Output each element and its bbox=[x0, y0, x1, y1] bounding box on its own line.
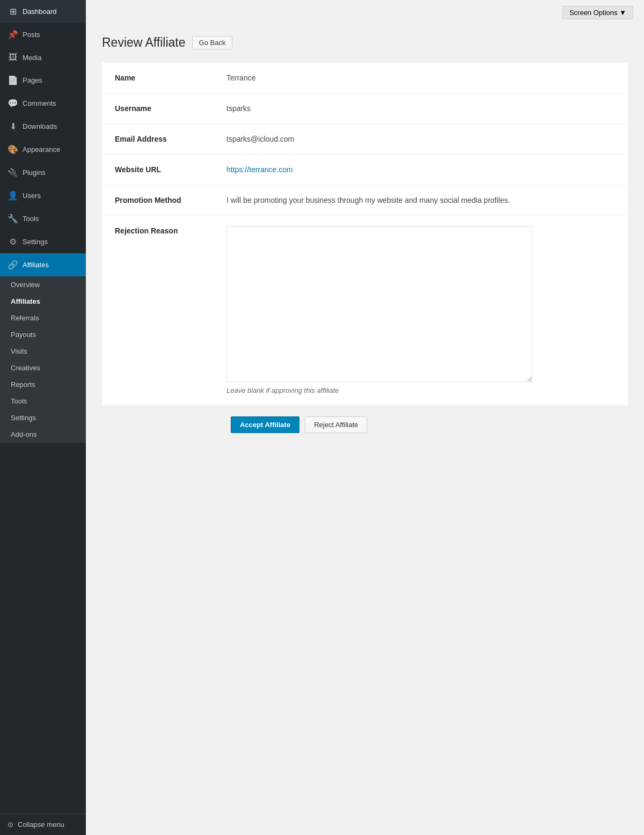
affiliate-details-table: Name Terrance Username tsparks Email Add… bbox=[102, 63, 628, 406]
website-label: Website URL bbox=[102, 155, 220, 185]
page-header: Review Affiliate Go Back bbox=[102, 35, 628, 50]
sidebar-sub-item-reports[interactable]: Reports bbox=[0, 376, 86, 393]
plugins-icon: 🔌 bbox=[8, 167, 18, 178]
rejection-hint: Leave blank if approving this affiliate bbox=[226, 386, 621, 394]
dashboard-icon: ⊞ bbox=[8, 6, 18, 17]
sidebar-item-label: Comments bbox=[23, 99, 56, 107]
sidebar-submenu: Overview Affiliates Referrals Payouts Vi… bbox=[0, 276, 86, 443]
sidebar-sub-item-tools[interactable]: Tools bbox=[0, 393, 86, 409]
name-label: Name bbox=[102, 63, 220, 93]
sidebar-item-settings[interactable]: ⚙ Settings bbox=[0, 230, 86, 253]
sidebar-sub-item-creatives[interactable]: Creatives bbox=[0, 360, 86, 376]
sidebar-sub-item-payouts[interactable]: Payouts bbox=[0, 326, 86, 343]
action-buttons: Accept Affiliate Reject Affiliate bbox=[102, 406, 628, 444]
sidebar-item-label: Users bbox=[23, 192, 41, 200]
sidebar-item-label: Affiliates bbox=[23, 261, 49, 269]
sidebar-item-label: Dashboard bbox=[23, 8, 57, 16]
sidebar-sub-item-settings[interactable]: Settings bbox=[0, 409, 86, 426]
name-value: Terrance bbox=[220, 63, 628, 93]
posts-icon: 📌 bbox=[8, 30, 18, 40]
sidebar-item-label: Tools bbox=[23, 215, 39, 223]
rejection-reason-textarea[interactable] bbox=[226, 226, 532, 382]
page-title: Review Affiliate bbox=[102, 35, 186, 50]
rejection-label: Rejection Reason bbox=[102, 216, 220, 406]
affiliates-icon: 🔗 bbox=[8, 260, 18, 270]
sidebar-item-dashboard[interactable]: ⊞ Dashboard bbox=[0, 0, 86, 23]
username-label: Username bbox=[102, 93, 220, 124]
appearance-icon: 🎨 bbox=[8, 144, 18, 155]
email-label: Email Address bbox=[102, 124, 220, 155]
website-value: https://terrance.com bbox=[220, 155, 628, 185]
pages-icon: 📄 bbox=[8, 75, 18, 85]
sidebar: ⊞ Dashboard 📌 Posts 🖼 Media 📄 Pages 💬 Co… bbox=[0, 0, 86, 835]
sidebar-item-media[interactable]: 🖼 Media bbox=[0, 46, 86, 69]
sidebar-item-pages[interactable]: 📄 Pages bbox=[0, 69, 86, 92]
sidebar-item-label: Settings bbox=[23, 238, 48, 246]
sidebar-sub-item-addons[interactable]: Add-ons bbox=[0, 426, 86, 443]
rejection-row: Rejection Reason Leave blank if approvin… bbox=[102, 216, 628, 406]
sidebar-item-appearance[interactable]: 🎨 Appearance bbox=[0, 138, 86, 161]
sidebar-item-comments[interactable]: 💬 Comments bbox=[0, 92, 86, 115]
promotion-row: Promotion Method I will be promoting you… bbox=[102, 185, 628, 216]
sidebar-item-label: Plugins bbox=[23, 169, 46, 177]
sidebar-item-label: Pages bbox=[23, 76, 42, 84]
sidebar-sub-item-visits[interactable]: Visits bbox=[0, 343, 86, 360]
sidebar-sub-item-overview[interactable]: Overview bbox=[0, 276, 86, 293]
screen-options-button[interactable]: Screen Options ▼ bbox=[562, 6, 633, 19]
settings-icon: ⚙ bbox=[8, 237, 18, 247]
promotion-label: Promotion Method bbox=[102, 185, 220, 216]
sidebar-sub-item-affiliates[interactable]: Affiliates bbox=[0, 293, 86, 310]
email-value: tsparks@icloud.com bbox=[220, 124, 628, 155]
sidebar-sub-item-referrals[interactable]: Referrals bbox=[0, 310, 86, 326]
reject-affiliate-button[interactable]: Reject Affiliate bbox=[305, 416, 367, 433]
content-area: Review Affiliate Go Back Name Terrance U… bbox=[86, 25, 644, 835]
sidebar-item-label: Media bbox=[23, 54, 41, 62]
sidebar-item-plugins[interactable]: 🔌 Plugins bbox=[0, 161, 86, 184]
media-icon: 🖼 bbox=[8, 53, 18, 62]
sidebar-item-posts[interactable]: 📌 Posts bbox=[0, 23, 86, 46]
email-row: Email Address tsparks@icloud.com bbox=[102, 124, 628, 155]
comments-icon: 💬 bbox=[8, 98, 18, 108]
downloads-icon: ⬇ bbox=[8, 121, 18, 131]
sidebar-item-tools[interactable]: 🔧 Tools bbox=[0, 207, 86, 230]
username-row: Username tsparks bbox=[102, 93, 628, 124]
sidebar-item-users[interactable]: 👤 Users bbox=[0, 184, 86, 207]
sidebar-item-label: Appearance bbox=[23, 145, 60, 153]
name-row: Name Terrance bbox=[102, 63, 628, 93]
collapse-label: Collapse menu bbox=[18, 821, 64, 829]
accept-affiliate-button[interactable]: Accept Affiliate bbox=[231, 416, 299, 433]
sidebar-item-label: Posts bbox=[23, 31, 40, 39]
sidebar-item-label: Downloads bbox=[23, 122, 57, 130]
sidebar-item-affiliates[interactable]: 🔗 Affiliates bbox=[0, 253, 86, 276]
rejection-field-container: Leave blank if approving this affiliate bbox=[220, 216, 628, 406]
collapse-icon: ⊙ bbox=[8, 821, 13, 829]
topbar: Screen Options ▼ bbox=[86, 0, 644, 25]
website-row: Website URL https://terrance.com bbox=[102, 155, 628, 185]
go-back-button[interactable]: Go Back bbox=[192, 36, 233, 49]
main-content: Screen Options ▼ Review Affiliate Go Bac… bbox=[86, 0, 644, 835]
collapse-menu-button[interactable]: ⊙ Collapse menu bbox=[0, 814, 86, 835]
tools-icon: 🔧 bbox=[8, 214, 18, 224]
website-link[interactable]: https://terrance.com bbox=[226, 165, 293, 174]
promotion-value: I will be promoting your business throug… bbox=[220, 185, 628, 216]
username-value: tsparks bbox=[220, 93, 628, 124]
sidebar-item-downloads[interactable]: ⬇ Downloads bbox=[0, 115, 86, 138]
review-form: Name Terrance Username tsparks Email Add… bbox=[102, 63, 628, 406]
users-icon: 👤 bbox=[8, 191, 18, 201]
